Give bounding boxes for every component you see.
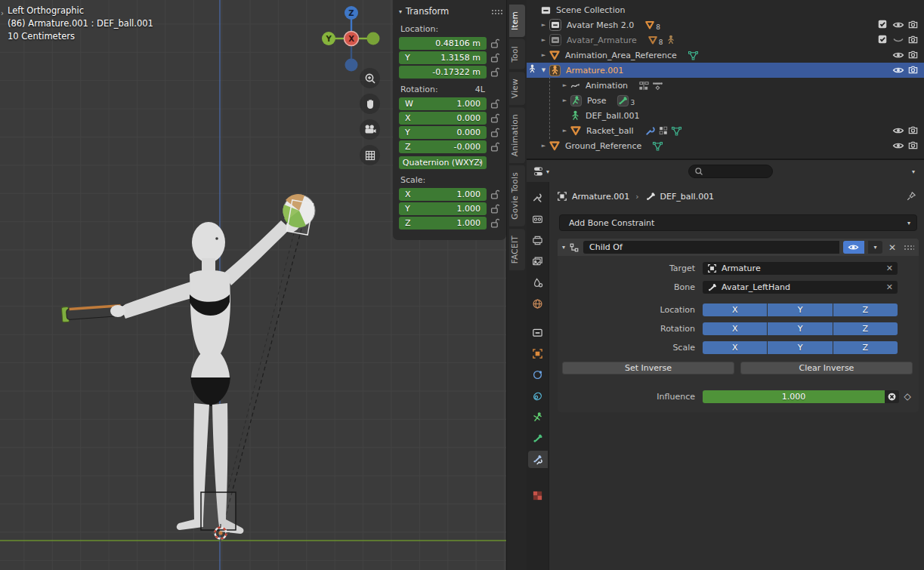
camera-icon[interactable] — [907, 64, 919, 75]
lock-open-icon[interactable] — [487, 189, 503, 199]
expand-arrow-icon[interactable]: ► — [560, 128, 570, 134]
outliner-row-def-ball[interactable]: DEF_ball.001 — [527, 108, 924, 123]
eye-icon[interactable] — [892, 49, 904, 61]
toolbar-expander-icon[interactable]: › — [1, 9, 4, 17]
lock-open-icon[interactable] — [487, 128, 503, 137]
tab-item[interactable]: Item — [509, 5, 525, 37]
checkbox-icon[interactable] — [877, 19, 888, 29]
rotation-z-toggle[interactable]: Z — [833, 322, 898, 335]
outliner-row-ground-reference[interactable]: ► Ground_Reference — [527, 138, 924, 153]
pan-hand-icon[interactable] — [360, 94, 380, 114]
gizmo-z-neg-axis[interactable] — [345, 59, 358, 72]
rotation-w-field[interactable]: W1.000 — [399, 97, 487, 110]
gizmo-y-neg-axis[interactable] — [367, 32, 380, 45]
bone-field[interactable]: Avatar_LeftHand ✕ — [703, 281, 898, 294]
constraint-name-field[interactable]: Child Of — [583, 241, 839, 254]
lock-open-icon[interactable] — [487, 204, 503, 214]
camera-icon[interactable] — [907, 125, 919, 136]
expand-arrow-icon[interactable]: ► — [560, 82, 570, 88]
scale-x-field[interactable]: X1.000 — [399, 188, 487, 201]
properties-editor-type-icon[interactable] — [533, 165, 546, 177]
rotation-mode-dropdown[interactable]: Quaternion (WXYZ)▾ — [399, 156, 487, 169]
rotation-y-field[interactable]: Y0.000 — [399, 126, 487, 139]
outliner-row-animation-area-reference[interactable]: ► Animation_Area_Reference — [527, 48, 924, 63]
outliner-row-pose[interactable]: ► Pose 3 — [527, 93, 924, 108]
rotation-x-field[interactable]: X0.000 — [399, 112, 487, 125]
search-input[interactable] — [688, 165, 773, 178]
cube-object[interactable] — [201, 492, 236, 530]
ortho-grid-icon[interactable] — [360, 145, 380, 165]
scale-y-field[interactable]: Y1.000 — [399, 202, 487, 215]
lock-open-icon[interactable] — [487, 53, 503, 63]
zoom-icon[interactable] — [360, 68, 380, 88]
clear-inverse-button[interactable]: Clear Inverse — [740, 362, 913, 374]
expand-arrow-icon[interactable]: ► — [539, 22, 549, 28]
close-icon[interactable]: ✕ — [886, 242, 898, 253]
render-icon[interactable] — [528, 211, 548, 228]
object-constraint-icon[interactable] — [528, 387, 548, 405]
physics-icon[interactable] — [528, 366, 548, 384]
keyframe-diamond-icon[interactable]: ◇ — [899, 391, 916, 402]
tool-icon[interactable] — [528, 189, 548, 207]
collection-icon[interactable] — [528, 324, 548, 341]
eye-icon[interactable] — [892, 125, 904, 137]
checkbox-icon[interactable] — [877, 34, 888, 45]
tab-govie-tools[interactable]: Govie Tools — [509, 165, 525, 226]
location-z-toggle[interactable]: Z — [833, 303, 898, 316]
eye-icon[interactable] — [892, 140, 904, 152]
add-bone-constraint-button[interactable]: Add Bone Constraint ▾ — [559, 214, 917, 231]
scene-icon[interactable] — [528, 274, 548, 291]
rotation-z-field[interactable]: Z-0.000 — [399, 140, 487, 153]
location-z-field[interactable]: -0.17322 m — [399, 66, 487, 79]
clear-target-icon[interactable]: ✕ — [886, 263, 893, 273]
lock-open-icon[interactable] — [487, 113, 503, 123]
breadcrumb-bone[interactable]: DEF_ball.001 — [660, 192, 715, 202]
outliner-row-avatar-armature[interactable]: ► Avatar_Armature 8 — [527, 32, 924, 48]
lock-open-icon[interactable] — [487, 99, 503, 109]
lock-open-icon[interactable] — [487, 142, 503, 152]
location-y-toggle[interactable]: Y — [768, 303, 832, 316]
bone-constraint-icon[interactable] — [528, 451, 548, 468]
panel-grip-handle[interactable] — [491, 9, 503, 14]
scale-z-field[interactable]: Z1.000 — [399, 217, 487, 230]
influence-slider[interactable]: 1.000 — [703, 390, 885, 403]
eye-icon[interactable] — [892, 19, 904, 31]
outliner-row-racket-ball[interactable]: ► Racket_ball — [527, 123, 924, 138]
outliner-row-avatar-mesh[interactable]: ► Avatar Mesh 2.0 8 — [527, 17, 924, 32]
location-x-toggle[interactable]: X — [703, 303, 767, 316]
lock-open-icon[interactable] — [487, 67, 503, 77]
output-icon[interactable] — [528, 232, 548, 249]
object-data-icon[interactable] — [528, 408, 548, 426]
scale-x-toggle[interactable]: X — [703, 341, 767, 354]
bone-icon[interactable] — [528, 430, 548, 447]
drag-grip-handle[interactable] — [904, 245, 914, 251]
camera-icon[interactable] — [907, 19, 919, 30]
constraint-extras-chevron[interactable]: ▾ — [868, 241, 882, 254]
rotation-x-toggle[interactable]: X — [703, 322, 767, 335]
breadcrumb-object[interactable]: Armature.001 — [572, 192, 629, 202]
scale-y-toggle[interactable]: Y — [768, 341, 832, 354]
lock-open-icon[interactable] — [487, 218, 503, 228]
options-chevron-icon[interactable]: ▾ — [912, 168, 915, 175]
camera-icon[interactable] — [907, 140, 919, 151]
outliner-row-animation-data[interactable]: ► Animation — [527, 78, 924, 93]
eye-closed-icon[interactable] — [892, 34, 904, 46]
chevron-down-icon[interactable]: ▾ — [562, 244, 565, 251]
material-icon[interactable] — [528, 487, 548, 504]
target-field[interactable]: Armature ✕ — [703, 262, 898, 275]
lock-open-icon[interactable] — [487, 39, 503, 48]
navigation-gizmo[interactable]: Z Y X — [320, 2, 382, 75]
outliner-row-scene-collection[interactable]: Scene Collection — [527, 2, 924, 17]
tab-faceit[interactable]: FACEIT — [509, 229, 525, 270]
expand-arrow-icon[interactable]: ► — [539, 52, 549, 58]
scale-z-toggle[interactable]: Z — [833, 341, 898, 354]
chevron-down-icon[interactable]: ▾ — [546, 168, 549, 175]
location-x-field[interactable]: 0.48106 m — [399, 37, 487, 50]
clear-keyframe-icon[interactable] — [885, 390, 899, 403]
tab-view[interactable]: View — [509, 72, 525, 105]
rotation-y-toggle[interactable]: Y — [768, 322, 832, 335]
collapse-arrow-icon[interactable]: ▼ — [539, 67, 549, 73]
outliner-row-armature-001[interactable]: ▼ Armature.001 — [527, 63, 924, 78]
expand-arrow-icon[interactable]: ► — [539, 143, 549, 149]
view-layer-icon[interactable] — [528, 253, 548, 270]
